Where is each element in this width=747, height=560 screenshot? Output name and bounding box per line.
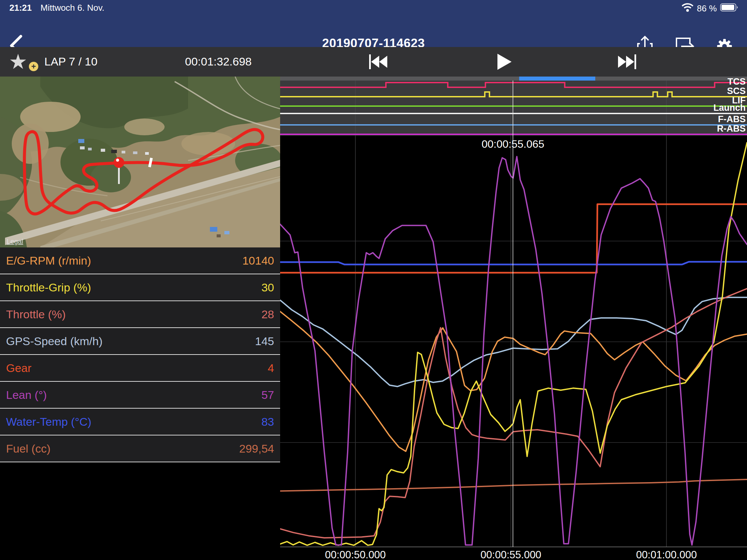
telemetry-row[interactable]: Throttle-Grip (%)30 <box>0 274 280 301</box>
series-e-g-rpm-r-min- <box>280 312 747 451</box>
map-legal-link[interactable]: Legal <box>7 238 23 245</box>
wifi-icon <box>681 3 694 15</box>
status-time-date: 21:21Mittwoch 6. Nov. <box>9 3 104 13</box>
telemetry-label: Lean (°) <box>6 389 47 402</box>
telemetry-value: 145 <box>255 335 274 348</box>
fast-forward-button[interactable] <box>609 50 646 74</box>
telemetry-value: 28 <box>261 308 274 321</box>
battery-icon <box>720 3 739 15</box>
digital-label-f-abs: F-ABS <box>718 114 746 124</box>
digital-label-scs: SCS <box>727 86 746 96</box>
x-tick-label: 00:00:55.000 <box>481 549 541 560</box>
digital-label-tcs: TCS <box>727 77 746 87</box>
play-icon <box>484 50 521 74</box>
position-marker <box>113 157 124 168</box>
series-gear <box>280 204 747 273</box>
battery-percent: 86 % <box>697 3 717 14</box>
telemetry-label: Throttle-Grip (%) <box>6 281 91 294</box>
scrubber-position[interactable] <box>519 77 595 81</box>
digital-label-r-abs: R-ABS <box>717 124 746 134</box>
telemetry-row[interactable]: Throttle (%)28 <box>0 301 280 328</box>
telemetry-label: Gear <box>6 362 31 375</box>
lap-indicator: LAP 7 / 10 <box>44 55 97 68</box>
telemetry-row[interactable]: E/G-RPM (r/min)10140 <box>0 247 280 274</box>
telemetry-row[interactable]: Fuel (cc)299,54 <box>0 435 280 462</box>
nav-bar: 20190707-114623 <box>0 15 747 47</box>
play-button[interactable] <box>484 50 521 74</box>
telemetry-value: 10140 <box>242 254 274 267</box>
cursor-time-label: 00:00:55.065 <box>482 138 544 150</box>
status-bar: 21:21Mittwoch 6. Nov. 86 % <box>0 0 747 15</box>
rewind-button[interactable] <box>359 50 396 74</box>
telemetry-label: E/G-RPM (r/min) <box>6 254 91 267</box>
x-tick-label: 00:00:50.000 <box>325 549 386 560</box>
telemetry-value: 30 <box>261 281 274 294</box>
telemetry-row[interactable]: Gear4 <box>0 355 280 382</box>
digital-channel-band <box>280 81 747 136</box>
track-map[interactable]: Legal <box>0 77 280 247</box>
skip-start-icon <box>359 50 396 74</box>
telemetry-value: 57 <box>261 389 274 402</box>
telemetry-row[interactable]: GPS-Speed (km/h)145 <box>0 328 280 355</box>
telemetry-row[interactable]: Water-Temp (°C)83 <box>0 408 280 435</box>
add-lap-marker-badge[interactable]: + <box>29 62 38 71</box>
telemetry-chart[interactable]: TCSSCSLIFLaunchF-ABSR-ABS00:00:50.00000:… <box>280 77 747 560</box>
telemetry-table: E/G-RPM (r/min)10140Throttle-Grip (%)30T… <box>0 247 280 462</box>
telemetry-label: Water-Temp (°C) <box>6 415 92 428</box>
playback-bar: ★ + LAP 7 / 10 00:01:32.698 <box>0 47 747 77</box>
series-fuel-cc- <box>280 479 747 491</box>
telemetry-value: 299,54 <box>239 442 274 455</box>
x-tick-label: 00:01:00.000 <box>636 549 697 560</box>
telemetry-label: GPS-Speed (km/h) <box>6 335 102 348</box>
status-time: 21:21 <box>9 3 32 13</box>
digital-label-launch: Launch <box>714 103 746 113</box>
skip-end-icon <box>609 50 646 74</box>
telemetry-value: 4 <box>268 362 274 375</box>
telemetry-value: 83 <box>261 415 274 428</box>
favorite-star-icon[interactable]: ★ <box>9 49 28 75</box>
series-throttle- <box>280 289 747 538</box>
telemetry-label: Fuel (cc) <box>6 442 50 455</box>
series-water-temp-c- <box>280 262 747 265</box>
telemetry-label: Throttle (%) <box>6 308 66 321</box>
scrubber-track[interactable] <box>280 77 747 81</box>
elapsed-time: 00:01:32.698 <box>168 55 269 68</box>
series-lean- <box>280 156 747 545</box>
status-date: Mittwoch 6. Nov. <box>41 3 104 13</box>
telemetry-row[interactable]: Lean (°)57 <box>0 382 280 408</box>
